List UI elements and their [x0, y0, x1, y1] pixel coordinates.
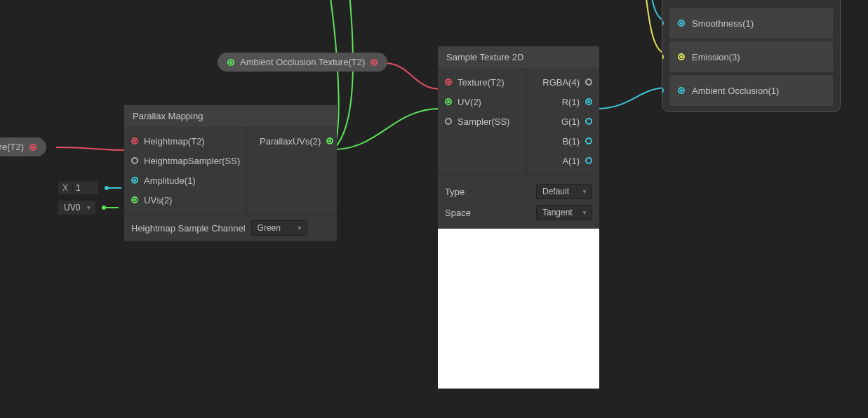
heightmap-port[interactable] [131, 137, 138, 144]
texture-preview [438, 229, 599, 389]
type-value: Default [542, 187, 569, 196]
uvs-port[interactable] [131, 196, 138, 203]
rgba-label: RGBA(4) [537, 77, 585, 88]
emission-inner-port[interactable] [678, 53, 685, 60]
uvs-dropdown[interactable]: UV0 [58, 200, 96, 215]
uvs-connector [106, 207, 119, 208]
a-label: A(1) [556, 156, 585, 166]
ao-label: Ambient Occlusion(1) [692, 86, 779, 96]
amplitude-label: Amplitude(1) [138, 175, 201, 186]
smoothness-port[interactable] [662, 20, 664, 27]
ambient-occlusion-texture-pill[interactable]: Ambient Occlusion Texture(T2) [218, 53, 387, 72]
node-title[interactable]: Sample Texture 2D [438, 46, 599, 68]
b-port[interactable] [585, 137, 592, 144]
uv-port[interactable] [445, 98, 452, 105]
a-output-row: A(1) [527, 151, 599, 170]
b-output-row: B(1) [527, 131, 599, 151]
parallax-uvs-port[interactable] [326, 137, 333, 144]
amplitude-inline-control: X [58, 181, 121, 195]
heightmap-input-row: Heightmap(T2) [124, 131, 246, 151]
heightmap-channel-value: Green [258, 223, 281, 233]
rgba-port[interactable] [585, 79, 592, 86]
uvs-label: UVs(2) [138, 195, 178, 205]
parallax-footer: Heightmap Sample Channel Green [124, 214, 337, 241]
pill-input-port[interactable] [227, 59, 234, 66]
pill-output-port[interactable] [370, 59, 378, 66]
pill-label: Ambient Occlusion Texture(T2) [240, 57, 365, 67]
type-dropdown[interactable]: Default [536, 184, 592, 199]
sample-properties: Type Default Space Tangent [438, 175, 599, 229]
amplitude-connector [109, 187, 121, 189]
pill-output-port[interactable] [29, 144, 36, 151]
r-label: R(1) [556, 97, 585, 107]
uv-label: UV(2) [452, 97, 487, 107]
texture-port[interactable] [445, 79, 452, 86]
r-output-row: R(1) [527, 92, 599, 112]
uvs-input-row: UVs(2) [124, 190, 246, 210]
uv-input-row: UV(2) [438, 92, 526, 112]
a-port[interactable] [585, 157, 592, 164]
b-label: B(1) [556, 136, 585, 147]
smoothness-label: Smoothness(1) [692, 18, 754, 29]
smoothness-slot[interactable]: Smoothness(1) [669, 8, 833, 39]
emission-slot[interactable]: Emission(3) [669, 41, 833, 72]
ao-inner-port[interactable] [678, 87, 685, 94]
space-dropdown[interactable]: Tangent [536, 205, 592, 220]
space-label: Space [445, 208, 471, 218]
heightmap-channel-label: Heightmap Sample Channel [131, 223, 246, 234]
rgba-output-row: RGBA(4) [527, 72, 599, 92]
parallax-mapping-node[interactable]: Parallax Mapping Heightmap(T2) Heightmap… [124, 105, 337, 241]
heightmap-sampler-label: HeightmapSampler(SS) [138, 156, 246, 166]
smoothness-inner-port[interactable] [678, 20, 685, 27]
sampler-port[interactable] [445, 118, 452, 125]
type-label: Type [445, 187, 465, 197]
amplitude-x-label: X [58, 183, 73, 193]
sampler-label: Sampler(SS) [452, 116, 515, 127]
amplitude-field[interactable]: X [58, 181, 99, 195]
sampler-input-row: Sampler(SS) [438, 112, 526, 131]
g-label: G(1) [556, 116, 585, 127]
master-node[interactable]: Smoothness(1) Emission(3) Ambient Occlus… [662, 0, 841, 112]
heightmap-sampler-port[interactable] [131, 157, 138, 164]
r-port[interactable] [585, 98, 592, 105]
g-output-row: G(1) [527, 112, 599, 131]
space-value: Tangent [542, 208, 573, 217]
parallax-uvs-output-row: ParallaxUVs(2) [247, 131, 340, 151]
emission-port[interactable] [662, 53, 664, 60]
node-title[interactable]: Parallax Mapping [124, 105, 337, 127]
heightmap-channel-dropdown[interactable]: Green [251, 220, 307, 236]
height-texture-pill[interactable]: exture(T2) [0, 137, 46, 156]
parallax-uvs-label: ParallaxUVs(2) [254, 136, 326, 147]
sample-texture-2d-node[interactable]: Sample Texture 2D Texture(T2) UV(2) Samp… [438, 46, 599, 389]
amplitude-input-row: Amplitude(1) [124, 170, 246, 190]
uvs-dropdown-value: UV0 [64, 203, 80, 213]
amplitude-input[interactable] [73, 183, 98, 193]
emission-label: Emission(3) [692, 52, 740, 62]
texture-label: Texture(T2) [452, 77, 509, 88]
heightmap-sampler-input-row: HeightmapSampler(SS) [124, 151, 246, 170]
texture-input-row: Texture(T2) [438, 72, 526, 92]
ambient-occlusion-slot[interactable]: Ambient Occlusion(1) [669, 75, 833, 106]
g-port[interactable] [585, 118, 592, 125]
heightmap-label: Heightmap(T2) [138, 136, 211, 147]
pill-label: exture(T2) [0, 142, 24, 152]
ao-port[interactable] [662, 87, 664, 94]
amplitude-port[interactable] [131, 177, 138, 184]
uvs-inline-control: UV0 [58, 201, 119, 215]
